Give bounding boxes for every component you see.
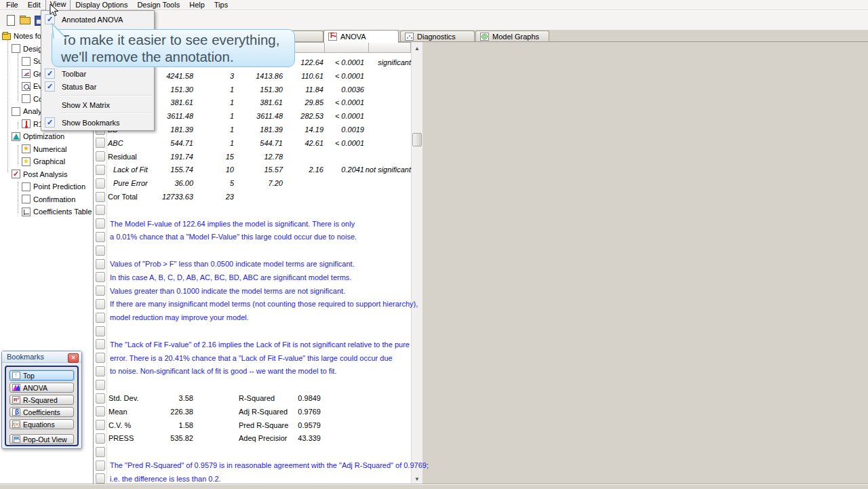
post-analysis-check-icon [12, 170, 20, 178]
tab-diagnostics[interactable]: Diagnostics [400, 31, 475, 41]
row-bookmark-marker[interactable] [96, 380, 105, 390]
menu-item-display-options[interactable]: Display Options [71, 0, 132, 10]
annotation-note-line: i.e. the difference is less than 0.2. [110, 475, 408, 484]
bookmark-button-equations[interactable]: Equations [9, 419, 74, 429]
sidebar-item-graphical[interactable]: Graphical [22, 156, 65, 167]
anova-peaks-icon [12, 384, 20, 391]
stat-value: 3.58 [132, 394, 193, 403]
scroll-up-icon[interactable]: ▲ [413, 45, 421, 52]
row-bookmark-marker[interactable] [96, 299, 105, 309]
new-document-icon[interactable] [5, 14, 17, 26]
model-graphs-contour-icon [480, 33, 489, 41]
view-menu-item-toolbar[interactable]: ✓Toolbar [42, 68, 153, 80]
scroll-down-icon[interactable]: ▼ [413, 476, 421, 483]
menu-item-tips[interactable]: Tips [210, 0, 233, 10]
sidebar-item-post-analysis[interactable]: Post Analysis [12, 169, 67, 180]
view-menu-item-status-bar[interactable]: ✓Status Bar [42, 81, 153, 93]
workspace-background [422, 42, 868, 484]
sidebar-item-numerical[interactable]: Numerical [22, 144, 67, 155]
menu-item-edit[interactable]: Edit [23, 0, 45, 10]
row-bookmark-marker[interactable] [96, 178, 105, 189]
bookmark-button-r-squared[interactable]: R-Squared [9, 395, 74, 405]
annotation-note-line: to noise. Non-significant lack of fit is… [110, 367, 408, 376]
annotation-note-line: a 0.01% chance that a "Model F-Value" th… [110, 233, 408, 241]
row-bookmark-marker[interactable] [96, 339, 105, 349]
row-bookmark-marker[interactable] [96, 420, 105, 430]
row-bookmark-marker[interactable] [96, 246, 105, 256]
bookmark-button-coefficients[interactable]: Coefficients [9, 407, 74, 417]
view-menu-item-show-bookmarks[interactable]: ✓Show Bookmarks [42, 117, 153, 129]
anova-p-value: < 0.0001 [303, 139, 364, 148]
sidebar-item-optimization[interactable]: Optimization [12, 131, 64, 142]
column-header-button[interactable] [368, 42, 411, 53]
row-bookmark-marker[interactable] [96, 259, 105, 269]
menu-item-file[interactable]: File [1, 0, 23, 10]
row-bookmark-marker[interactable] [96, 232, 105, 242]
sidebar-item-confirmation[interactable]: Confirmation [22, 194, 75, 205]
response-thermometer-icon [22, 119, 31, 128]
row-bookmark-marker[interactable] [96, 366, 105, 376]
row-bookmark-marker[interactable] [96, 473, 105, 484]
tooltip-tail [52, 22, 72, 39]
row-bookmark-marker[interactable] [96, 138, 105, 148]
sidebar-item-analy[interactable]: Analy [12, 106, 42, 117]
menu-item-design-tools[interactable]: Design Tools [132, 0, 184, 10]
sidebar-item-r1[interactable]: R1 [22, 119, 43, 130]
row-bookmark-marker[interactable] [96, 353, 105, 363]
sidebar-item-su[interactable]: Su [22, 56, 42, 66]
sidebar-item-coefficients-table[interactable]: Coefficients Table [22, 206, 92, 217]
view-menu-item-show-x-matrix[interactable]: Show X Matrix [42, 99, 153, 111]
bookmark-button-label: Coefficients [23, 408, 60, 416]
open-folder-icon[interactable] [19, 14, 31, 26]
sidebar-item-point-prediction[interactable]: Point Prediction [22, 181, 85, 192]
tab-stub[interactable] [292, 31, 323, 41]
graphical-star-icon [22, 157, 31, 166]
graph-columns-icon [22, 69, 31, 78]
row-bookmark-marker[interactable] [96, 272, 105, 282]
vertical-scrollbar[interactable] [411, 42, 422, 484]
column-header-button[interactable] [324, 42, 369, 53]
close-icon[interactable]: ✕ [68, 353, 79, 363]
row-bookmark-marker[interactable] [96, 151, 105, 161]
menu-item-help[interactable]: Help [184, 0, 210, 10]
tree-connector-line [18, 122, 19, 129]
bookmark-button-top[interactable]: Top [9, 370, 74, 380]
row-bookmark-marker[interactable] [96, 393, 105, 404]
bookmark-button-anova[interactable]: ANOVA [9, 383, 74, 393]
sidebar-item-notes-fo[interactable]: Notes fo [2, 31, 41, 41]
sidebar-item-label: Confirmation [33, 195, 75, 203]
row-bookmark-marker[interactable] [96, 433, 105, 444]
row-bookmark-marker[interactable] [96, 447, 105, 457]
constraints-icon [22, 94, 31, 103]
sidebar-item-desig[interactable]: Desig [12, 43, 42, 54]
row-bookmark-marker[interactable] [96, 218, 105, 229]
row-bookmark-marker[interactable] [96, 165, 105, 175]
bookmark-button-pop-out-view[interactable]: Pop-Out View [9, 434, 74, 444]
menu-separator [60, 95, 152, 96]
row-bookmark-marker[interactable] [96, 205, 105, 215]
row-bookmark-marker[interactable] [96, 313, 105, 323]
status-bar [0, 484, 868, 489]
row-bookmark-marker[interactable] [96, 406, 105, 416]
tab-model-graphs[interactable]: Model Graphs [475, 31, 549, 41]
tab-label: Model Graphs [492, 33, 539, 41]
mouse-cursor-icon [50, 3, 59, 18]
design-grid-icon [12, 44, 20, 53]
row-bookmark-marker[interactable] [96, 461, 105, 471]
sidebar-item-gr[interactable]: Gr [22, 69, 41, 79]
anova-mean-square: 12.78 [222, 153, 283, 161]
scrollbar-thumb[interactable] [412, 133, 422, 146]
sidebar-item-co[interactable]: Co [22, 94, 43, 104]
numerical-star-icon [22, 144, 31, 153]
row-bookmark-marker[interactable] [96, 192, 105, 202]
anova-significance: significant [336, 58, 411, 67]
bookmarks-frame: TopANOVAR-SquaredCoefficientsEquationsPo… [5, 366, 79, 446]
row-bookmark-marker[interactable] [96, 326, 105, 336]
sidebar-item-ev[interactable]: Ev [22, 81, 42, 92]
row-bookmark-marker[interactable] [96, 286, 105, 296]
tab-anova[interactable]: ANOVA [323, 30, 399, 43]
tooltip-line-1: To make it easier to see everything, [61, 32, 279, 48]
annotation-note-line: Values of "Prob > F" less than 0.0500 in… [110, 260, 408, 269]
sidebar-item-label: Optimization [23, 132, 64, 140]
stat-value: 43.339 [260, 434, 321, 443]
